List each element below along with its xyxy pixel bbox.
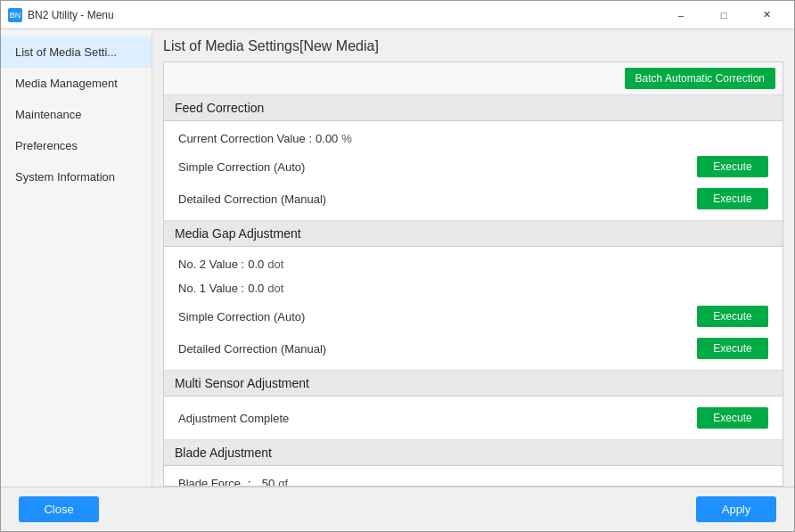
footer: Close Apply [1, 487, 794, 531]
content-area: List of Media Setti... Media Management … [1, 29, 794, 487]
scroll-area[interactable]: Batch Automatic Correction Feed Correcti… [163, 61, 783, 487]
blade-adjustment-header: Blade Adjustment [164, 440, 783, 466]
minimize-button[interactable]: – [660, 3, 701, 28]
sidebar-item-preferences[interactable]: Preferences [1, 130, 152, 161]
feed-correction-body: Current Correction Value : 0.00 % Simple… [164, 121, 783, 220]
close-button[interactable]: Close [19, 496, 99, 522]
blade-force-row: Blade Force : 50 gf [164, 471, 783, 487]
no2-value-row: No. 2 Value : 0.0 dot [164, 252, 783, 276]
window-title: BN2 Utility - Menu [28, 9, 660, 21]
top-bar: Batch Automatic Correction [164, 62, 783, 95]
simple-correction-auto-label: Simple Correction (Auto) [178, 160, 305, 174]
gap-detailed-correction-row: Detailed Correction (Manual) Execute [164, 332, 783, 364]
close-window-button[interactable]: ✕ [746, 3, 787, 28]
media-gap-header: Media Gap Adjustment [164, 221, 783, 247]
detailed-correction-manual-row: Detailed Correction (Manual) Execute [164, 183, 783, 215]
blade-force-label: Blade Force [178, 477, 241, 487]
adjustment-complete-execute-button[interactable]: Execute [697, 407, 768, 429]
window-controls: – □ ✕ [660, 3, 787, 28]
current-correction-unit: % [341, 132, 352, 145]
sidebar-item-media-management[interactable]: Media Management [1, 68, 152, 99]
no2-unit: dot [267, 258, 283, 271]
apply-button[interactable]: Apply [696, 496, 776, 522]
multi-sensor-header: Multi Sensor Adjustment [164, 371, 783, 397]
main-window: BN BN2 Utility - Menu – □ ✕ List of Medi… [0, 0, 795, 532]
gap-simple-correction-execute-button[interactable]: Execute [697, 306, 768, 327]
current-correction-row: Current Correction Value : 0.00 % [164, 127, 783, 151]
blade-force-colon: : [248, 477, 251, 487]
no2-value: 0.0 [248, 258, 264, 271]
sidebar-item-maintenance[interactable]: Maintenance [1, 99, 152, 130]
no1-unit: dot [267, 282, 283, 295]
media-gap-body: No. 2 Value : 0.0 dot No. 1 Value : 0.0 … [164, 247, 783, 370]
gap-detailed-correction-label: Detailed Correction (Manual) [178, 342, 326, 356]
sidebar-item-system-information[interactable]: System Information [1, 161, 152, 192]
section-media-gap: Media Gap Adjustment No. 2 Value : 0.0 d… [164, 221, 783, 371]
section-multi-sensor: Multi Sensor Adjustment Adjustment Compl… [164, 371, 783, 440]
feed-correction-header: Feed Correction [164, 95, 783, 121]
maximize-button[interactable]: □ [703, 3, 744, 28]
multi-sensor-body: Adjustment Complete Execute [164, 397, 783, 439]
sidebar: List of Media Setti... Media Management … [1, 29, 152, 487]
no1-value: 0.0 [248, 282, 264, 295]
gap-simple-correction-label: Simple Correction (Auto) [178, 310, 305, 323]
current-correction-label: Current Correction Value : [178, 132, 312, 145]
no1-label: No. 1 Value : [178, 282, 244, 295]
gap-simple-correction-row: Simple Correction (Auto) Execute [164, 300, 783, 332]
detailed-correction-manual-execute-button[interactable]: Execute [697, 188, 768, 209]
current-correction-value: 0.00 [316, 132, 338, 145]
blade-force-value: 50 [262, 477, 275, 487]
page-title: List of Media Settings[New Media] [163, 38, 783, 54]
no1-value-row: No. 1 Value : 0.0 dot [164, 276, 783, 300]
no2-label: No. 2 Value : [178, 258, 244, 271]
simple-correction-auto-row: Simple Correction (Auto) Execute [164, 151, 783, 183]
section-feed-correction: Feed Correction Current Correction Value… [164, 95, 783, 221]
title-bar: BN BN2 Utility - Menu – □ ✕ [1, 1, 794, 29]
detailed-correction-manual-label: Detailed Correction (Manual) [178, 192, 326, 206]
blade-force-unit: gf [278, 477, 288, 487]
gap-detailed-correction-execute-button[interactable]: Execute [697, 338, 768, 359]
batch-automatic-correction-button[interactable]: Batch Automatic Correction [625, 68, 775, 89]
simple-correction-auto-execute-button[interactable]: Execute [697, 156, 768, 177]
section-blade-adjustment: Blade Adjustment Blade Force : 50 gf [164, 440, 783, 487]
sidebar-item-list-of-media[interactable]: List of Media Setti... [1, 37, 152, 68]
app-icon: BN [8, 8, 22, 22]
blade-adjustment-body: Blade Force : 50 gf [164, 466, 783, 487]
adjustment-complete-label: Adjustment Complete [178, 412, 289, 425]
adjustment-complete-row: Adjustment Complete Execute [164, 402, 783, 434]
main-panel: List of Media Settings[New Media] Batch … [152, 29, 794, 487]
